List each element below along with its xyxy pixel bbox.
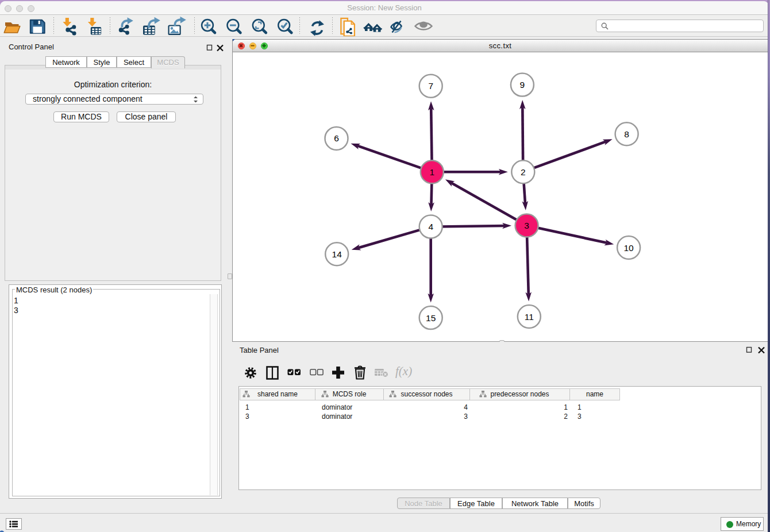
svg-text:1: 1 [429, 167, 434, 177]
svg-text:3: 3 [524, 221, 529, 230]
svg-text:4: 4 [428, 222, 433, 232]
svg-text:6: 6 [334, 133, 339, 143]
svg-text:7: 7 [428, 81, 433, 91]
svg-text:15: 15 [426, 313, 436, 323]
svg-text:2: 2 [521, 167, 526, 177]
svg-text:9: 9 [520, 80, 525, 90]
svg-text:11: 11 [525, 312, 534, 322]
svg-text:8: 8 [624, 129, 629, 139]
svg-text:10: 10 [623, 243, 634, 253]
svg-text:14: 14 [332, 249, 342, 259]
